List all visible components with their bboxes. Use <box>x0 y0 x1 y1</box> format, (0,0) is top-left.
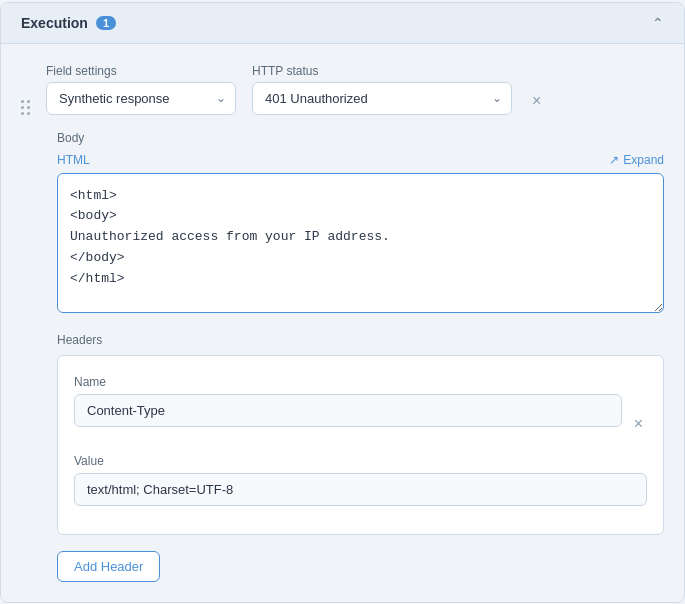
body-section-label: Body <box>57 131 664 145</box>
drag-dot <box>21 112 24 115</box>
http-status-select[interactable]: 401 Unauthorized <box>252 82 512 115</box>
field-settings-label: Field settings <box>46 64 236 78</box>
content-area: Body HTML ↗ Expand <html> <body> Unautho… <box>57 131 664 582</box>
execution-badge: 1 <box>96 16 116 30</box>
field-settings-wrapper: Synthetic response ⌄ <box>46 82 236 115</box>
field-settings-group: Field settings Synthetic response ⌄ <box>46 64 236 115</box>
expand-icon: ↗ <box>609 153 619 167</box>
drag-dot <box>27 112 30 115</box>
drag-dot <box>27 106 30 109</box>
html-body-textarea[interactable]: <html> <body> Unauthorized access from y… <box>57 173 664 313</box>
panel-body: Field settings Synthetic response ⌄ HTTP… <box>1 44 684 602</box>
expand-button[interactable]: ↗ Expand <box>609 153 664 167</box>
drag-handle[interactable] <box>21 64 30 115</box>
http-status-wrapper: 401 Unauthorized ⌄ <box>252 82 512 115</box>
html-label-row: HTML ↗ Expand <box>57 153 664 167</box>
row-close-button[interactable]: × <box>528 88 545 114</box>
drag-dot <box>21 106 24 109</box>
fields-row: Field settings Synthetic response ⌄ HTTP… <box>21 64 664 115</box>
http-status-label: HTTP status <box>252 64 512 78</box>
header-name-row: × <box>74 390 647 439</box>
html-label: HTML <box>57 153 90 167</box>
header-name-input-group <box>74 390 622 427</box>
header-value-group: Value <box>74 451 647 506</box>
header-name-group: Name × <box>74 372 647 439</box>
header-value-label: Value <box>74 454 104 468</box>
headers-card: Name × Value <box>57 355 664 535</box>
drag-dot <box>21 100 24 103</box>
expand-label: Expand <box>623 153 664 167</box>
headers-section-label: Headers <box>57 333 664 347</box>
field-settings-select[interactable]: Synthetic response <box>46 82 236 115</box>
body-section: Body HTML ↗ Expand <html> <body> Unautho… <box>57 131 664 317</box>
panel-title: Execution <box>21 15 88 31</box>
header-value-input[interactable] <box>74 473 647 506</box>
collapse-icon[interactable]: ⌃ <box>652 15 664 31</box>
drag-dot <box>27 100 30 103</box>
execution-panel: Execution 1 ⌃ <box>0 2 685 603</box>
header-name-input[interactable] <box>74 394 622 427</box>
add-header-button[interactable]: Add Header <box>57 551 160 582</box>
header-name-label: Name <box>74 375 106 389</box>
panel-title-group: Execution 1 <box>21 15 116 31</box>
http-status-group: HTTP status 401 Unauthorized ⌄ <box>252 64 512 115</box>
header-delete-button[interactable]: × <box>630 411 647 437</box>
panel-header: Execution 1 ⌃ <box>1 3 684 44</box>
headers-section: Headers Name × Value <box>57 333 664 535</box>
